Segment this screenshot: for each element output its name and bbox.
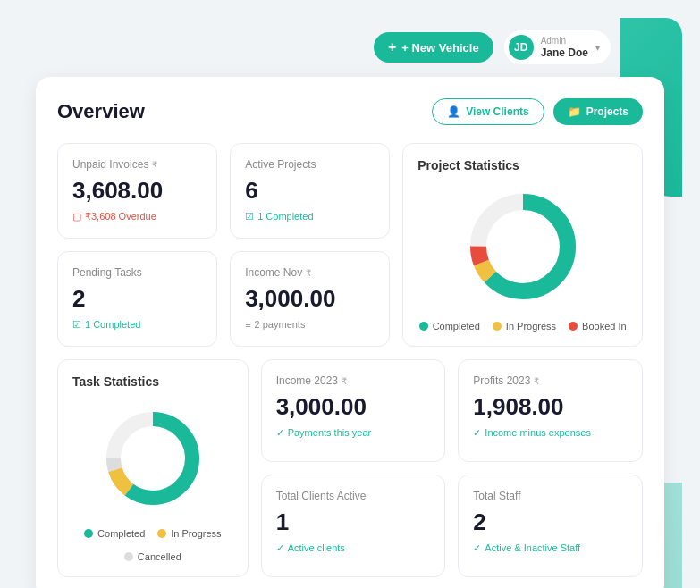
- overdue-icon: ▢: [72, 211, 81, 223]
- page-title: Overview: [57, 100, 145, 123]
- user-badge[interactable]: JD Admin Jane Doe ▾: [504, 30, 611, 64]
- task-completed-dot: [84, 529, 93, 538]
- task-legend-completed: Completed: [84, 528, 145, 539]
- in-progress-label: In Progress: [506, 321, 556, 332]
- task-donut-container: [72, 396, 233, 521]
- total-clients-sub: ✓ Active clients: [276, 542, 431, 554]
- project-donut-container: [417, 180, 628, 314]
- app-shell: + + New Vehicle JD Admin Jane Doe ▾ Over…: [18, 18, 682, 588]
- page-header: Overview 👤 View Clients 📁 Projects: [57, 98, 643, 125]
- check-icon-tasks: ☑: [72, 319, 81, 331]
- user-info: Admin Jane Doe: [541, 36, 588, 59]
- check-icon-clients: ✓: [276, 542, 284, 554]
- completed-label: Completed: [433, 321, 480, 332]
- in-progress-dot: [493, 322, 502, 331]
- completed-dot: [419, 322, 428, 331]
- project-legend: Completed In Progress Booked In: [417, 321, 628, 332]
- pending-tasks-value: 2: [72, 286, 202, 312]
- total-clients-value: 1: [276, 509, 431, 535]
- total-staff-value: 2: [473, 509, 628, 535]
- active-projects-label: Active Projects: [245, 158, 375, 171]
- legend-completed: Completed: [419, 321, 480, 332]
- total-staff-sub: ✓ Active & Inactive Staff: [473, 542, 628, 554]
- pending-tasks-sub: ☑ 1 Completed: [72, 319, 202, 331]
- new-vehicle-button[interactable]: + + New Vehicle: [374, 32, 493, 63]
- view-clients-button[interactable]: 👤 View Clients: [432, 98, 544, 125]
- task-legend-in-progress: In Progress: [157, 528, 221, 539]
- plus-icon: +: [388, 39, 396, 55]
- unpaid-invoices-card: Unpaid Invoices ₹ 3,608.00 ▢ ₹3,608 Over…: [57, 143, 217, 239]
- task-statistics-label: Task Statistics: [72, 374, 233, 389]
- income-nov-label: Income Nov ₹: [245, 266, 375, 279]
- total-staff-card: Total Staff 2 ✓ Active & Inactive Staff: [458, 475, 643, 577]
- task-cancelled-dot: [124, 552, 133, 561]
- income-2023-sub: ✓ Payments this year: [276, 427, 431, 439]
- task-legend: Completed In Progress Cancelled: [72, 528, 233, 562]
- income-nov-value: 3,000.00: [245, 286, 375, 312]
- new-vehicle-label: + New Vehicle: [401, 41, 478, 55]
- unpaid-invoices-sub: ▢ ₹3,608 Overdue: [72, 211, 202, 223]
- profits-2023-value: 1,908.00: [473, 394, 628, 420]
- legend-booked-in: Booked In: [569, 321, 627, 332]
- projects-label: Projects: [586, 105, 628, 118]
- chevron-down-icon: ▾: [595, 43, 600, 53]
- active-projects-sub: ☑ 1 Completed: [245, 211, 375, 223]
- task-donut-chart: [99, 405, 207, 512]
- income-nov-card: Income Nov ₹ 3,000.00 ≡ 2 payments: [230, 251, 390, 347]
- people-icon: 👤: [447, 105, 460, 118]
- task-cancelled-label: Cancelled: [138, 551, 181, 562]
- total-clients-label: Total Clients Active: [276, 490, 431, 502]
- view-clients-label: View Clients: [466, 105, 528, 118]
- topbar: + + New Vehicle JD Admin Jane Doe ▾: [18, 18, 682, 77]
- task-statistics-card: Task Statistics: [57, 359, 249, 577]
- unpaid-invoices-label: Unpaid Invoices ₹: [72, 158, 202, 171]
- booked-in-dot: [569, 322, 578, 331]
- projects-button[interactable]: 📁 Projects: [553, 98, 643, 125]
- check-icon-projects: ☑: [245, 211, 254, 223]
- unpaid-invoices-value: 3,608.00: [72, 178, 202, 204]
- check-icon-income: ✓: [276, 427, 284, 439]
- user-name: Jane Doe: [541, 46, 588, 59]
- task-in-progress-dot: [157, 529, 166, 538]
- income2023-currency-icon: ₹: [342, 376, 347, 386]
- legend-in-progress: In Progress: [493, 321, 556, 332]
- pending-tasks-label: Pending Tasks: [72, 266, 202, 279]
- income-nov-sub: ≡ 2 payments: [245, 319, 375, 330]
- avatar: JD: [509, 35, 534, 60]
- project-statistics-label: Project Statistics: [417, 158, 628, 172]
- income-2023-card: Income 2023 ₹ 3,000.00 ✓ Payments this y…: [261, 359, 446, 462]
- user-role: Admin: [541, 36, 588, 46]
- project-donut-chart: [465, 189, 581, 305]
- currency-icon: ₹: [152, 160, 157, 170]
- check-icon-staff: ✓: [473, 542, 481, 554]
- check-icon-profits: ✓: [473, 427, 481, 439]
- income-currency-icon: ₹: [306, 268, 311, 278]
- task-legend-cancelled: Cancelled: [124, 551, 181, 562]
- header-actions: 👤 View Clients 📁 Projects: [432, 98, 643, 125]
- main-content: Overview 👤 View Clients 📁 Projects U: [36, 77, 664, 588]
- active-projects-value: 6: [245, 178, 375, 204]
- avatar-initials: JD: [514, 41, 527, 54]
- folder-icon: 📁: [568, 105, 581, 118]
- task-in-progress-label: In Progress: [171, 528, 221, 539]
- total-clients-card: Total Clients Active 1 ✓ Active clients: [261, 475, 446, 577]
- payments-icon: ≡: [245, 319, 250, 330]
- active-projects-card: Active Projects 6 ☑ 1 Completed: [230, 143, 390, 239]
- total-staff-label: Total Staff: [473, 490, 628, 502]
- profits-2023-card: Profits 2023 ₹ 1,908.00 ✓ Income minus e…: [458, 359, 643, 462]
- income-2023-label: Income 2023 ₹: [276, 374, 431, 387]
- pending-tasks-card: Pending Tasks 2 ☑ 1 Completed: [57, 251, 217, 347]
- task-completed-label: Completed: [97, 528, 145, 539]
- profits-2023-sub: ✓ Income minus expenses: [473, 427, 628, 439]
- income-2023-value: 3,000.00: [276, 394, 431, 420]
- project-statistics-card: Project Statistics: [402, 143, 643, 347]
- profits-2023-label: Profits 2023 ₹: [473, 374, 628, 387]
- booked-in-label: Booked In: [582, 321, 627, 332]
- profits2023-currency-icon: ₹: [534, 376, 539, 386]
